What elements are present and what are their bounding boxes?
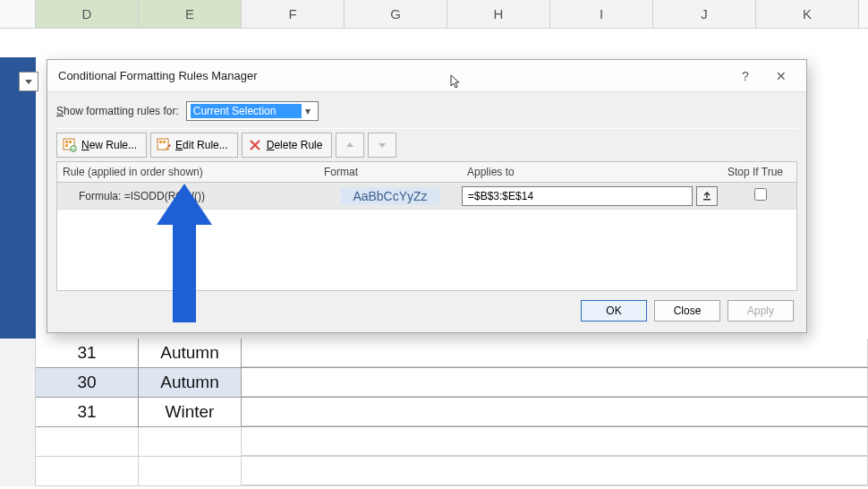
stop-if-true-checkbox[interactable] (754, 188, 767, 201)
table-row[interactable] (0, 457, 868, 486)
rule-list-header: Rule (applied in order shown) Format App… (56, 161, 797, 182)
col-header-J[interactable]: J (653, 0, 756, 28)
col-header-G[interactable]: G (345, 0, 447, 28)
ok-button[interactable]: OK (581, 300, 647, 322)
header-stop-if-true: Stop If True (719, 166, 791, 178)
cell-value[interactable]: Autumn (139, 368, 242, 397)
applies-to-input[interactable] (462, 186, 693, 206)
cell-value[interactable]: 30 (36, 368, 139, 397)
edit-rule-icon (157, 138, 171, 152)
cell-value[interactable]: Winter (139, 398, 242, 426)
new-rule-icon: + (63, 138, 77, 152)
cell-value[interactable]: 31 (36, 398, 139, 426)
collapse-dialog-icon[interactable] (696, 186, 718, 206)
header-format: Format (324, 166, 467, 178)
header-applies-to: Applies to (467, 166, 719, 178)
svg-rect-10 (703, 199, 711, 201)
svg-rect-8 (163, 141, 166, 143)
table-row[interactable] (0, 427, 868, 457)
close-button[interactable]: Close (654, 300, 720, 322)
rule-row[interactable]: Formula: =ISODD(ROW()) AaBbCcYyZz (57, 183, 796, 210)
new-rule-button[interactable]: + New Rule... (56, 133, 147, 158)
visible-data-rows: 31 Autumn 30 Autumn 31 Winter (0, 339, 868, 486)
close-icon[interactable]: ✕ (763, 61, 799, 91)
apply-button[interactable]: Apply (728, 300, 794, 322)
table-row[interactable]: 30 Autumn (0, 368, 868, 398)
show-rules-value: Current Selection (191, 104, 302, 118)
cell-value[interactable]: 31 (36, 339, 139, 367)
svg-text:+: + (72, 146, 75, 151)
col-header-K[interactable]: K (756, 0, 859, 28)
dialog-button-row: OK Close Apply (56, 291, 797, 323)
show-rules-label: Show formatting rules for: (56, 105, 179, 117)
svg-rect-2 (69, 141, 72, 143)
dialog-title: Conditional Formatting Rules Manager (58, 69, 728, 82)
svg-rect-1 (65, 141, 68, 143)
filter-dropdown-icon[interactable] (19, 72, 38, 91)
col-header-I[interactable]: I (550, 0, 653, 28)
rule-description: Formula: =ISODD(ROW()) (57, 190, 319, 202)
conditional-formatting-dialog: Conditional Formatting Rules Manager ? ✕… (47, 59, 807, 333)
chevron-down-icon: ▾ (302, 105, 314, 117)
show-rules-select[interactable]: Current Selection ▾ (186, 101, 319, 121)
edit-rule-button[interactable]: Edit Rule... (150, 133, 238, 158)
delete-rule-button[interactable]: Delete Rule (242, 133, 333, 158)
mouse-cursor-icon (450, 74, 461, 89)
cell-value[interactable]: Autumn (139, 339, 242, 367)
header-rule: Rule (applied in order shown) (63, 166, 324, 178)
dialog-title-bar[interactable]: Conditional Formatting Rules Manager ? ✕ (47, 60, 806, 92)
col-header-H[interactable]: H (447, 0, 550, 28)
rule-format-preview: AaBbCcYyZz (319, 187, 462, 205)
column-header-row: D E F G H I J K (0, 0, 868, 29)
help-button[interactable]: ? (728, 61, 763, 91)
table-row[interactable]: 31 Winter (0, 398, 868, 427)
col-header-D[interactable]: D (36, 0, 139, 28)
rule-list[interactable]: Formula: =ISODD(ROW()) AaBbCcYyZz (56, 182, 797, 291)
move-up-button[interactable] (336, 133, 364, 158)
svg-rect-3 (65, 144, 68, 147)
col-header-F[interactable]: F (242, 0, 345, 28)
delete-rule-icon (248, 138, 262, 152)
row-header-selection (0, 57, 36, 342)
move-down-button[interactable] (368, 133, 396, 158)
col-header-E[interactable]: E (139, 0, 242, 28)
select-all-corner[interactable] (0, 0, 36, 28)
svg-rect-7 (159, 141, 162, 143)
table-row[interactable]: 31 Autumn (0, 339, 868, 368)
rules-toolbar: + New Rule... Edit Rule... Delete Rule (56, 128, 797, 161)
